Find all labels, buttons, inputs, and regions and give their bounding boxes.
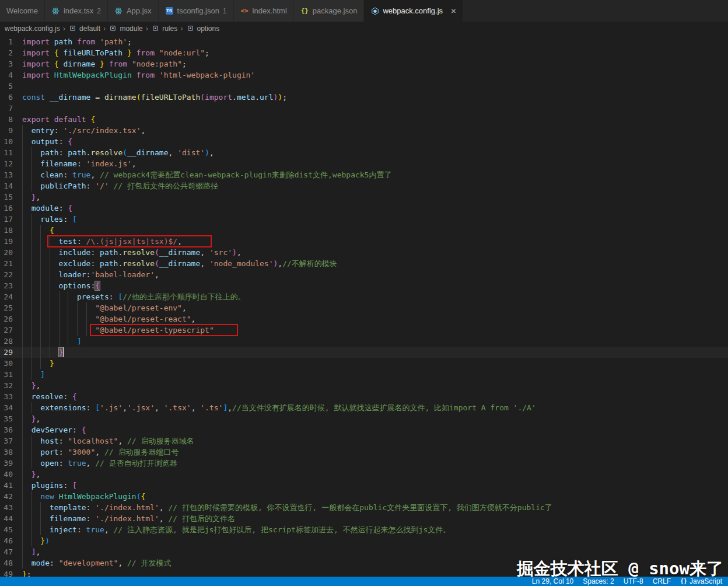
code-line[interactable]: 5 [0,81,728,92]
breadcrumb-item-webpack-config-js[interactable]: webpack.config.js [5,25,60,33]
code-line[interactable]: 21 exclude: path.resolve(__dirname, 'nod… [0,258,728,269]
line-number[interactable]: 14 [0,180,13,191]
code-line[interactable]: 42 new HtmlWebpackPlugin({ [0,491,728,502]
line-number[interactable]: 27 [0,325,13,336]
code-line[interactable]: 11 path: path.resolve(__dirname, 'dist')… [0,147,728,158]
line-number[interactable]: 32 [0,380,13,391]
code-line[interactable]: 46 }) [0,535,728,546]
line-number[interactable]: 31 [0,369,13,380]
line-number[interactable]: 18 [0,225,13,236]
line-number[interactable]: 12 [0,158,13,169]
code-line[interactable]: 9 entry: './src/index.tsx', [0,125,728,136]
line-number[interactable]: 30 [0,358,13,369]
code-line[interactable]: 41 plugins: [ [0,480,728,491]
line-number[interactable]: 33 [0,391,13,402]
line-number[interactable]: 42 [0,491,13,502]
line-number[interactable]: 20 [0,247,13,258]
status-eol[interactable]: CRLF [653,577,671,585]
line-number[interactable]: 44 [0,513,13,524]
code-line[interactable]: 35 }, [0,413,728,424]
tab-package-json[interactable]: {}package.json [294,0,365,22]
line-number[interactable]: 13 [0,169,13,180]
code-line[interactable]: 3import { dirname } from "node:path"; [0,58,728,69]
code-line[interactable]: 36 devServer: { [0,424,728,435]
code-line[interactable]: 39 open: true, // 是否自动打开浏览器 [0,458,728,469]
code-line[interactable]: 4import HtmlWebpackPlugin from 'html-web… [0,69,728,81]
line-number[interactable]: 43 [0,502,13,513]
line-number[interactable]: 7 [0,103,13,114]
code-line[interactable]: 45 inject: true, // 注入静态资源, 就是把js打包好以后, … [0,524,728,535]
line-number[interactable]: 3 [0,58,13,69]
line-number[interactable]: 8 [0,114,13,125]
code-line[interactable]: 16 module: { [0,203,728,214]
line-number[interactable]: 5 [0,81,13,92]
status-language-mode[interactable]: {}JavaScript [680,577,722,585]
code-line[interactable]: 23 options:{ [0,280,728,291]
breadcrumb-item-module[interactable]: module [108,24,142,33]
line-number[interactable]: 2 [0,47,13,58]
code-line[interactable]: 44 filename: './index.html', // 打包后的文件名 [0,513,728,524]
line-number[interactable]: 25 [0,302,13,313]
line-number[interactable]: 26 [0,313,13,325]
code-line[interactable]: 40 }, [0,469,728,480]
tab-welcome[interactable]: Welcome [0,0,45,22]
code-line[interactable]: 13 clean: true, // webpack4需要配置clean-web… [0,169,728,180]
breadcrumb-item-default[interactable]: default [68,24,100,33]
code-line[interactable]: 47 ], [0,546,728,557]
code-line[interactable]: 6const __dirname = dirname(fileURLToPath… [0,92,728,103]
status-cursor-position[interactable]: Ln 29, Col 10 [532,577,573,585]
line-number[interactable]: 47 [0,546,13,557]
line-number[interactable]: 29 [0,347,13,358]
line-number[interactable]: 11 [0,147,13,158]
code-line[interactable]: 18 { [0,225,728,236]
code-line[interactable]: 10 output: { [0,136,728,147]
line-number[interactable]: 23 [0,280,13,291]
line-number[interactable]: 34 [0,402,13,413]
line-number[interactable]: 41 [0,480,13,491]
code-line[interactable]: 31 ] [0,369,728,380]
status-encoding[interactable]: UTF-8 [624,577,643,585]
tab-tsconfig-json[interactable]: TStsconfig.json1 [159,0,234,22]
line-number[interactable]: 36 [0,424,13,435]
line-number[interactable]: 15 [0,191,13,203]
line-number[interactable]: 10 [0,136,13,147]
code-line[interactable]: 38 port: "3000", // 启动服务器端口号 [0,447,728,458]
code-line[interactable]: 15 }, [0,191,728,203]
line-number[interactable]: 4 [0,69,13,81]
code-line[interactable]: 26 "@babel/preset-react", [0,313,728,325]
code-line[interactable]: 22 loader:'babel-loader', [0,269,728,280]
line-number[interactable]: 16 [0,203,13,214]
tab-app-jsx[interactable]: App.jsx [108,0,159,22]
code-line[interactable]: 28 ] [0,336,728,347]
line-number[interactable]: 45 [0,524,13,535]
line-number[interactable]: 21 [0,258,13,269]
code-line[interactable]: 14 publicPath: '/' // 打包后文件的公共前缀路径 [0,180,728,191]
line-number[interactable]: 19 [0,236,13,247]
line-number[interactable]: 35 [0,413,13,424]
line-number[interactable]: 9 [0,125,13,136]
code-line[interactable]: 2import { fileURLToPath } from "node:url… [0,47,728,58]
status-indentation[interactable]: Spaces: 2 [583,577,614,585]
line-number[interactable]: 17 [0,214,13,225]
code-line[interactable]: 30 } [0,358,728,369]
line-number[interactable]: 40 [0,469,13,480]
code-line[interactable]: 32 }, [0,380,728,391]
code-line[interactable]: 33 resolve: { [0,391,728,402]
code-line[interactable]: 34 extensions: ['.js','.jsx', '.tsx', '.… [0,402,728,413]
line-number[interactable]: 46 [0,535,13,546]
line-number[interactable]: 22 [0,269,13,280]
tab-index-html[interactable]: <>index.html [234,0,294,22]
line-number[interactable]: 39 [0,458,13,469]
code-line[interactable]: 24 presets: [//他的主席那个顺序时自下往上的。 [0,291,728,302]
code-line[interactable]: 43 template: './index.html', // 打包的时候需要的… [0,502,728,513]
code-line[interactable]: 25 "@babel/preset-env", [0,302,728,313]
code-line[interactable]: 37 host: "localhost", // 启动服务器域名 [0,435,728,447]
line-number[interactable]: 6 [0,92,13,103]
code-line[interactable]: 19 test: /\.(js|jsx|ts|tsx)$/, [0,236,728,247]
code-line[interactable]: 8export default { [0,114,728,125]
code-line[interactable]: 27 "@babel/preset-typescript" [0,325,728,336]
code-line[interactable]: 48 mode: "development", // 开发模式 [0,557,728,568]
line-number[interactable]: 1 [0,36,13,47]
line-number[interactable]: 38 [0,447,13,458]
breadcrumb-item-options[interactable]: options [186,24,220,33]
